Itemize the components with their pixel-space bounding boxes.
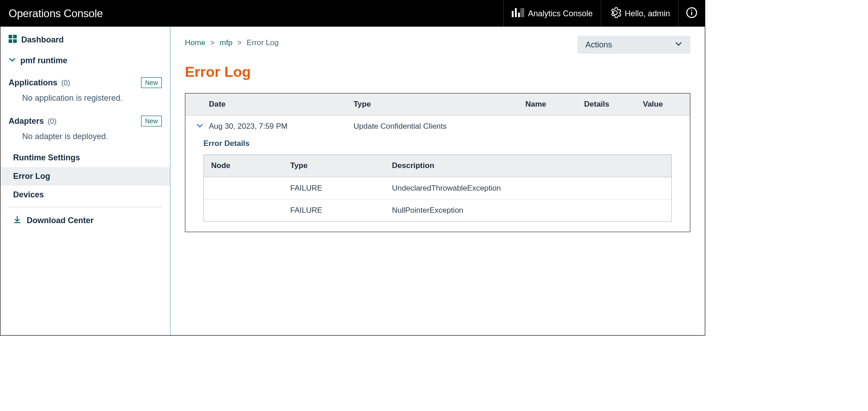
info-icon: [686, 7, 698, 21]
sidebar-item-runtime[interactable]: pmf runtime: [0, 50, 170, 72]
error-details-table: Node Type Description FAILURE Undeclared…: [203, 154, 672, 222]
svg-rect-2: [518, 13, 520, 17]
sidebar-item-dashboard[interactable]: Dashboard: [0, 30, 170, 50]
cell-desc: UndeclaredThrowableException: [392, 184, 664, 193]
dashboard-icon: [9, 35, 17, 45]
details-row: FAILURE UndeclaredThrowableException: [204, 177, 671, 199]
col-type: Type: [354, 100, 525, 109]
breadcrumb-mfp[interactable]: mfp: [220, 38, 232, 47]
svg-rect-4: [522, 8, 523, 17]
svg-rect-9: [9, 35, 12, 38]
gear-icon: [609, 7, 621, 21]
actions-dropdown[interactable]: Actions: [577, 36, 690, 54]
table-row: Aug 30, 2023, 7:59 PM Update Confidentia…: [185, 116, 690, 135]
actions-label: Actions: [585, 40, 612, 50]
breadcrumb-home[interactable]: Home: [185, 38, 205, 47]
svg-rect-1: [515, 8, 517, 17]
svg-rect-5: [524, 8, 524, 17]
dcol-node: Node: [211, 161, 290, 170]
svg-rect-10: [13, 35, 17, 38]
analytics-console-link[interactable]: Analytics Console: [503, 0, 601, 27]
cell-type: FAILURE: [290, 184, 392, 193]
svg-rect-7: [691, 11, 692, 15]
col-details: Details: [584, 100, 643, 109]
info-button[interactable]: [678, 0, 705, 27]
error-details: Error Details Node Type Description FAIL…: [185, 135, 690, 232]
runtime-label: pmf runtime: [20, 56, 67, 65]
chevron-down-icon: [675, 40, 682, 50]
applications-empty-text: No application is registered.: [9, 91, 162, 110]
adapters-empty-text: No adapter is deployed.: [9, 129, 162, 149]
expand-row-toggle[interactable]: [191, 122, 209, 131]
breadcrumb: Home > mfp > Error Log: [185, 36, 278, 47]
user-menu[interactable]: Hello, admin: [601, 0, 678, 27]
col-date: Date: [209, 100, 354, 109]
cell-node: [211, 184, 290, 193]
col-name: Name: [525, 100, 584, 109]
svg-rect-3: [521, 8, 521, 17]
error-details-title: Error Details: [203, 135, 672, 154]
chevron-down-icon: [9, 56, 16, 65]
details-row: FAILURE NullPointerException: [204, 199, 671, 221]
sidebar-item-download-center[interactable]: Download Center: [0, 210, 170, 231]
sidebar-item-error-log[interactable]: Error Log: [0, 167, 170, 186]
analytics-console-label: Analytics Console: [528, 9, 593, 19]
bar-chart-icon: [512, 8, 524, 19]
cell-type: FAILURE: [290, 206, 392, 215]
hello-admin-label: Hello, admin: [625, 9, 670, 19]
new-adapter-button[interactable]: New: [141, 116, 162, 126]
sidebar-item-applications[interactable]: Applications (0) New: [9, 72, 162, 91]
svg-rect-8: [691, 9, 692, 10]
dcol-type: Type: [290, 161, 392, 170]
sidebar-item-devices[interactable]: Devices: [0, 186, 170, 204]
dashboard-label: Dashboard: [21, 35, 64, 45]
svg-rect-12: [13, 39, 17, 43]
download-center-label: Download Center: [27, 216, 94, 225]
sidebar-item-runtime-settings[interactable]: Runtime Settings: [0, 149, 170, 167]
sidebar: Dashboard pmf runtime Applications (0) N…: [0, 27, 170, 335]
error-log-table: Date Type Name Details Value Aug 30, 202…: [185, 93, 690, 232]
adapters-count: (0): [47, 117, 57, 125]
topbar: Operations Console Analytics Console Hel…: [0, 0, 705, 27]
cell-type: Update Confidential Clients: [354, 122, 525, 131]
new-application-button[interactable]: New: [141, 77, 162, 88]
sidebar-item-adapters[interactable]: Adapters (0) New: [9, 110, 162, 129]
svg-rect-0: [512, 11, 514, 17]
adapters-label: Adapters: [9, 117, 44, 126]
sidebar-divider: [9, 207, 162, 207]
app-title: Operations Console: [0, 0, 111, 27]
cell-desc: NullPointerException: [392, 206, 664, 215]
applications-label: Applications: [9, 78, 57, 87]
svg-rect-11: [9, 39, 12, 43]
main-content: Home > mfp > Error Log Actions Error Log…: [170, 27, 705, 335]
page-title: Error Log: [185, 64, 690, 80]
cell-date: Aug 30, 2023, 7:59 PM: [209, 122, 354, 131]
col-value: Value: [643, 100, 688, 109]
download-icon: [13, 215, 21, 226]
breadcrumb-current: Error Log: [247, 38, 279, 47]
dcol-desc: Description: [392, 161, 664, 170]
cell-node: [211, 206, 290, 215]
table-header: Date Type Name Details Value: [185, 93, 690, 116]
applications-count: (0): [61, 79, 70, 87]
